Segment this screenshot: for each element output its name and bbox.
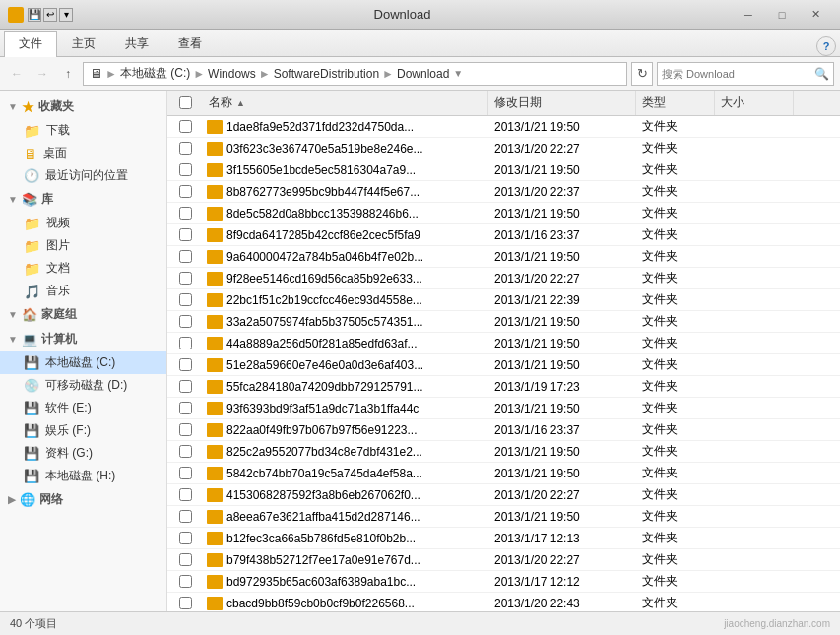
- table-row[interactable]: 4153068287592f3a8b6eb267062f0... 2013/1/…: [167, 484, 840, 506]
- row-checkbox[interactable]: [179, 423, 192, 436]
- maximize-button[interactable]: □: [765, 0, 799, 30]
- table-row[interactable]: a8eea67e3621affba415d2d287146... 2013/1/…: [167, 506, 840, 528]
- minimize-button[interactable]: ─: [732, 0, 765, 30]
- file-checkbox[interactable]: [167, 207, 203, 220]
- file-checkbox[interactable]: [167, 445, 203, 458]
- file-checkbox[interactable]: [167, 315, 203, 328]
- file-checkbox[interactable]: [167, 293, 203, 306]
- quick-save-btn[interactable]: 💾: [28, 8, 41, 22]
- sidebar-section-homegroup[interactable]: ▼ 🏠 家庭组: [0, 302, 166, 327]
- file-checkbox[interactable]: [167, 337, 203, 349]
- row-checkbox[interactable]: [179, 553, 192, 566]
- col-header-size[interactable]: 大小: [715, 91, 794, 115]
- col-checkbox[interactable]: [167, 96, 203, 109]
- file-checkbox[interactable]: [167, 380, 203, 393]
- sidebar-item-drive-d[interactable]: 💿 可移动磁盘 (D:): [0, 374, 166, 397]
- file-checkbox[interactable]: [167, 250, 203, 263]
- sidebar-section-network[interactable]: ▶ 🌐 网络: [0, 487, 166, 512]
- table-row[interactable]: bd972935b65ac603af6389aba1bc... 2013/1/1…: [167, 571, 840, 593]
- row-checkbox[interactable]: [179, 358, 192, 371]
- row-checkbox[interactable]: [179, 532, 192, 544]
- sidebar-item-videos[interactable]: 📁 视频: [0, 212, 166, 234]
- row-checkbox[interactable]: [179, 380, 192, 393]
- table-row[interactable]: 822aa0f49fb97b067b97f56e91223... 2013/1/…: [167, 419, 840, 441]
- row-checkbox[interactable]: [179, 250, 192, 263]
- addr-dropdown-chevron[interactable]: ▼: [453, 68, 463, 79]
- table-row[interactable]: 93f6393bd9f3af51a9dc71a3b1ffa44c 2013/1/…: [167, 398, 840, 419]
- row-checkbox[interactable]: [179, 163, 192, 176]
- close-button[interactable]: ✕: [799, 0, 832, 30]
- row-checkbox[interactable]: [179, 402, 192, 414]
- row-checkbox[interactable]: [179, 575, 192, 588]
- sidebar-section-library[interactable]: ▼ 📚 库: [0, 187, 166, 212]
- refresh-button[interactable]: ↻: [631, 62, 653, 86]
- sidebar-item-drive-g[interactable]: 💾 资料 (G:): [0, 442, 166, 465]
- table-row[interactable]: 51e28a59660e7e46e0a0d3e6af403... 2013/1/…: [167, 354, 840, 376]
- table-row[interactable]: 825c2a9552077bd34c8e7dbf431e2... 2013/1/…: [167, 441, 840, 463]
- sidebar-item-recent[interactable]: 🕐 最近访问的位置: [0, 164, 166, 187]
- table-row[interactable]: b12fec3ca66a5b786fd5e810f0b2b... 2013/1/…: [167, 528, 840, 549]
- sidebar-item-documents[interactable]: 📁 文档: [0, 257, 166, 280]
- row-checkbox[interactable]: [179, 272, 192, 285]
- sidebar-section-favorites[interactable]: ▼ ★ 收藏夹: [0, 95, 166, 119]
- row-checkbox[interactable]: [179, 488, 192, 501]
- row-checkbox[interactable]: [179, 185, 192, 198]
- sidebar-item-drive-c[interactable]: 💾 本地磁盘 (C:): [0, 351, 166, 374]
- file-checkbox[interactable]: [167, 532, 203, 544]
- tab-home[interactable]: 主页: [57, 31, 110, 56]
- table-row[interactable]: 8f9cda6417285b42ccf86e2cec5f5fa9 2013/1/…: [167, 224, 840, 246]
- table-row[interactable]: 3f155605e1bcde5ec5816304a7a9... 2013/1/2…: [167, 159, 840, 181]
- table-row[interactable]: 1dae8fa9e52d371fdd232d4750da... 2013/1/2…: [167, 116, 840, 138]
- up-button[interactable]: ↑: [57, 63, 79, 85]
- file-checkbox[interactable]: [167, 185, 203, 198]
- table-row[interactable]: 55fca284180a74209dbb729125791... 2013/1/…: [167, 376, 840, 398]
- table-row[interactable]: 8b8762773e995bc9bb447f44f5e67... 2013/1/…: [167, 181, 840, 203]
- table-row[interactable]: 33a2a5075974fab5b37505c574351... 2013/1/…: [167, 311, 840, 333]
- row-checkbox[interactable]: [179, 337, 192, 349]
- table-row[interactable]: 22bc1f51c2b19ccfcc46ec93d4558e... 2013/1…: [167, 289, 840, 311]
- sidebar-item-drive-f[interactable]: 💾 娱乐 (F:): [0, 419, 166, 442]
- tab-share[interactable]: 共享: [110, 31, 163, 56]
- sidebar-item-drive-h[interactable]: 💾 本地磁盘 (H:): [0, 465, 166, 487]
- file-checkbox[interactable]: [167, 423, 203, 436]
- file-checkbox[interactable]: [167, 402, 203, 414]
- tab-view[interactable]: 查看: [163, 31, 217, 56]
- search-input[interactable]: [662, 68, 812, 80]
- quick-undo-btn[interactable]: ↩: [43, 8, 57, 22]
- forward-button[interactable]: →: [32, 63, 53, 85]
- file-checkbox[interactable]: [167, 510, 203, 523]
- col-header-type[interactable]: 类型: [636, 91, 715, 115]
- file-checkbox[interactable]: [167, 228, 203, 241]
- sidebar-item-downloads[interactable]: 📁 下载: [0, 119, 166, 142]
- address-box[interactable]: 🖥 ► 本地磁盘 (C:) ► Windows ► SoftwareDistri…: [83, 62, 627, 86]
- row-checkbox[interactable]: [179, 510, 192, 523]
- tab-file[interactable]: 文件: [4, 31, 57, 57]
- file-checkbox[interactable]: [167, 575, 203, 588]
- table-row[interactable]: b79f438b52712f7ee17a0e91e767d... 2013/1/…: [167, 549, 840, 571]
- sidebar-item-desktop[interactable]: 🖥 桌面: [0, 142, 166, 164]
- file-checkbox[interactable]: [167, 597, 203, 609]
- row-checkbox[interactable]: [179, 467, 192, 479]
- row-checkbox[interactable]: [179, 293, 192, 306]
- file-checkbox[interactable]: [167, 120, 203, 133]
- table-row[interactable]: 03f623c3e367470e5a519be8e246e... 2013/1/…: [167, 138, 840, 159]
- file-checkbox[interactable]: [167, 272, 203, 285]
- col-header-date[interactable]: 修改日期: [488, 91, 636, 115]
- back-button[interactable]: ←: [6, 63, 28, 85]
- sidebar-item-pictures[interactable]: 📁 图片: [0, 234, 166, 257]
- file-checkbox[interactable]: [167, 142, 203, 155]
- row-checkbox[interactable]: [179, 445, 192, 458]
- table-row[interactable]: cbacd9bb8f59cb0b0cf9b0f226568... 2013/1/…: [167, 593, 840, 611]
- row-checkbox[interactable]: [179, 142, 192, 155]
- quick-menu-btn[interactable]: ▾: [59, 8, 73, 22]
- file-checkbox[interactable]: [167, 488, 203, 501]
- table-row[interactable]: 8de5c582d0a8bbcc1353988246b6... 2013/1/2…: [167, 203, 840, 224]
- file-checkbox[interactable]: [167, 467, 203, 479]
- sidebar-section-computer[interactable]: ▼ 💻 计算机: [0, 327, 166, 351]
- table-row[interactable]: 9f28ee5146cd169d56ca85b92e633... 2013/1/…: [167, 268, 840, 289]
- file-checkbox[interactable]: [167, 553, 203, 566]
- row-checkbox[interactable]: [179, 597, 192, 609]
- row-checkbox[interactable]: [179, 207, 192, 220]
- col-header-name[interactable]: 名称 ▲: [203, 91, 488, 115]
- search-box[interactable]: 🔍: [657, 62, 834, 86]
